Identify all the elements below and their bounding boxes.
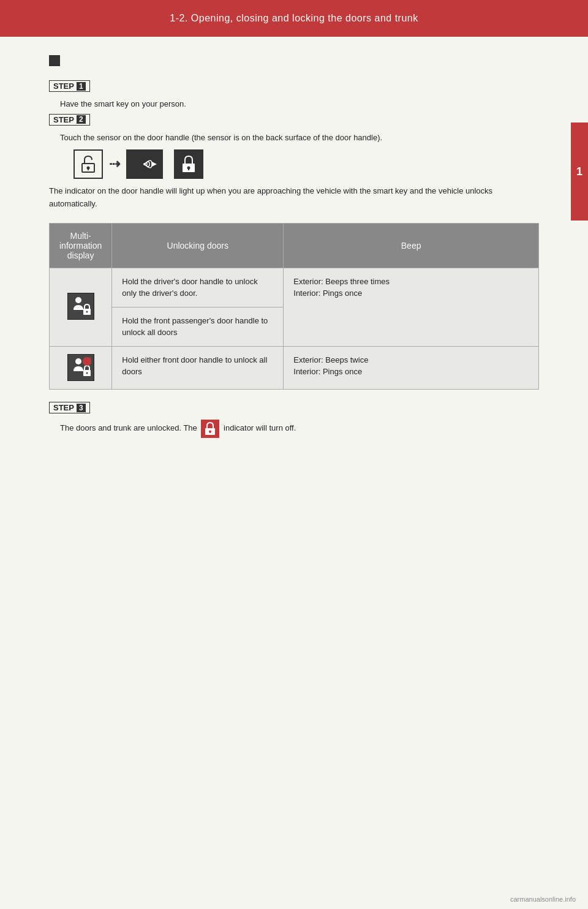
svg-point-8 — [75, 297, 81, 303]
info-table: Multi-information display Unlocking door… — [49, 223, 539, 390]
table-col2-header: Unlocking doors — [112, 223, 284, 268]
header-bar: 1-2. Opening, closing and locking the do… — [0, 0, 588, 37]
step2-icons-row: ⇢ — [74, 149, 539, 179]
table-col3-header: Beep — [284, 223, 539, 268]
svg-point-13 — [86, 372, 88, 374]
svg-point-4 — [143, 163, 146, 165]
section-marker — [49, 55, 60, 66]
step3-container: STEP 3 — [49, 402, 539, 417]
svg-point-10 — [86, 311, 88, 313]
lock-icon-filled — [174, 149, 203, 179]
table-row2-icon-cell — [50, 346, 112, 390]
table-icon-person-lock — [67, 293, 94, 320]
table-row-2: Hold either front door handle to unlock … — [50, 346, 539, 390]
step1-container: STEP 1 — [49, 80, 539, 96]
step3-text: The doors and trunk are unlocked. The in… — [60, 420, 539, 438]
step1-num: 1 — [77, 82, 86, 91]
step2-sub-text: The indicator on the door handle will li… — [49, 185, 539, 211]
main-content: STEP 1 Have the smart key on your person… — [0, 37, 588, 466]
step3-inline-lock-icon — [201, 420, 219, 438]
unlock-icon-outline — [74, 149, 103, 179]
table-row2-text: Hold either front door handle to unlock … — [112, 346, 284, 390]
table-icon-person-lock-crossed — [67, 354, 94, 381]
table-row1b-text2: Hold the front passenger's door handle t… — [112, 307, 284, 346]
step2-text: Touch the sensor on the door handle (the… — [60, 132, 539, 144]
table-row1-icon-cell — [50, 268, 112, 346]
step2-container: STEP 2 — [49, 114, 539, 129]
table-row-1: Hold the driver's door handle to unlock … — [50, 268, 539, 307]
svg-line-14 — [85, 358, 91, 364]
svg-point-11 — [75, 358, 81, 364]
table-row2-beep: Exterior: Beeps twice Interior: Pings on… — [284, 346, 539, 390]
svg-line-15 — [85, 358, 91, 364]
svg-marker-3 — [152, 162, 157, 167]
watermark: carmanualsonline.info — [510, 896, 576, 903]
step1-label: STEP 1 — [49, 80, 90, 92]
step3-num: 3 — [77, 404, 86, 412]
separator-arrow: ⇢ — [109, 156, 120, 172]
step3-label: STEP 3 — [49, 402, 90, 413]
header-title: 1-2. Opening, closing and locking the do… — [170, 13, 418, 24]
table-row1-beep: Exterior: Beeps three times Interior: Pi… — [284, 268, 539, 346]
table-col1-header: Multi-information display — [50, 223, 112, 268]
signal-icon — [126, 149, 163, 179]
step1-text: Have the smart key on your person. — [60, 98, 539, 110]
table-row1-text1: Hold the driver's door handle to unlock … — [112, 268, 284, 307]
step2-num: 2 — [77, 115, 86, 124]
step2-label: STEP 2 — [49, 114, 90, 126]
